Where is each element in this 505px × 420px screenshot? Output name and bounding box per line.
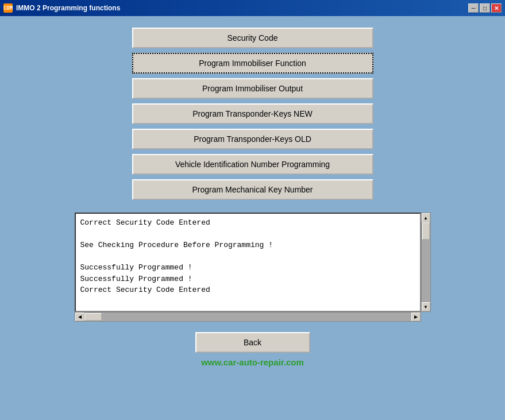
vertical-scrollbar[interactable]: ▲ ▼ — [421, 213, 431, 312]
window-content: Security Code Program Immobiliser Functi… — [0, 16, 505, 420]
scroll-right-button[interactable]: ▶ — [411, 313, 421, 321]
scroll-up-button[interactable]: ▲ — [422, 213, 430, 222]
horizontal-scrollbar[interactable]: ◀ ▶ — [75, 312, 421, 322]
scroll-left-button[interactable]: ◀ — [75, 313, 84, 321]
program-immobiliser-function-button[interactable]: Program Immobiliser Function — [132, 53, 373, 74]
minimize-button[interactable]: ─ — [468, 3, 479, 13]
close-button[interactable]: ✕ — [491, 3, 502, 13]
title-bar-controls: ─ □ ✕ — [468, 3, 502, 13]
log-line: Successfully Programmed ! — [80, 262, 415, 273]
program-mechanical-key-number-button[interactable]: Program Mechanical Key Number — [132, 179, 373, 200]
log-box: Correct Security Code Entered See Checki… — [75, 213, 421, 312]
main-window: COM IMMO 2 Programming functions ─ □ ✕ S… — [0, 0, 505, 420]
bottom-area: Back www.car-auto-repair.com — [195, 332, 310, 367]
back-button[interactable]: Back — [195, 332, 310, 353]
log-line: Successfully Programmed ! — [80, 273, 415, 285]
title-bar: COM IMMO 2 Programming functions ─ □ ✕ — [0, 0, 505, 16]
log-line — [80, 229, 415, 240]
log-line: Correct Security Code Entered — [80, 217, 415, 229]
log-line: See Checking Procedure Before Programmin… — [80, 240, 415, 251]
log-wrapper: Correct Security Code Entered See Checki… — [75, 213, 431, 322]
maximize-button[interactable]: □ — [480, 3, 490, 13]
title-bar-left: COM IMMO 2 Programming functions — [3, 3, 120, 13]
watermark: www.car-auto-repair.com — [201, 357, 304, 367]
scroll-down-button[interactable]: ▼ — [422, 302, 430, 311]
log-line: Correct Security Code Entered — [80, 284, 415, 296]
window-title: IMMO 2 Programming functions — [16, 4, 120, 12]
program-transponder-keys-old-button[interactable]: Program Transponder-Keys OLD — [132, 129, 373, 149]
program-immobiliser-output-button[interactable]: Program Immobiliser Output — [132, 78, 373, 99]
log-line — [80, 251, 415, 263]
program-transponder-keys-new-button[interactable]: Program Transponder-Keys NEW — [132, 103, 373, 124]
log-content: Correct Security Code Entered See Checki… — [80, 217, 415, 296]
scroll-thumb-h[interactable] — [84, 313, 102, 321]
app-icon: COM — [3, 3, 13, 13]
vehicle-identification-number-programming-button[interactable]: Vehicle Identification Number Programmin… — [132, 154, 373, 175]
security-code-button[interactable]: Security Code — [132, 28, 373, 48]
scroll-thumb-v[interactable] — [422, 222, 430, 240]
